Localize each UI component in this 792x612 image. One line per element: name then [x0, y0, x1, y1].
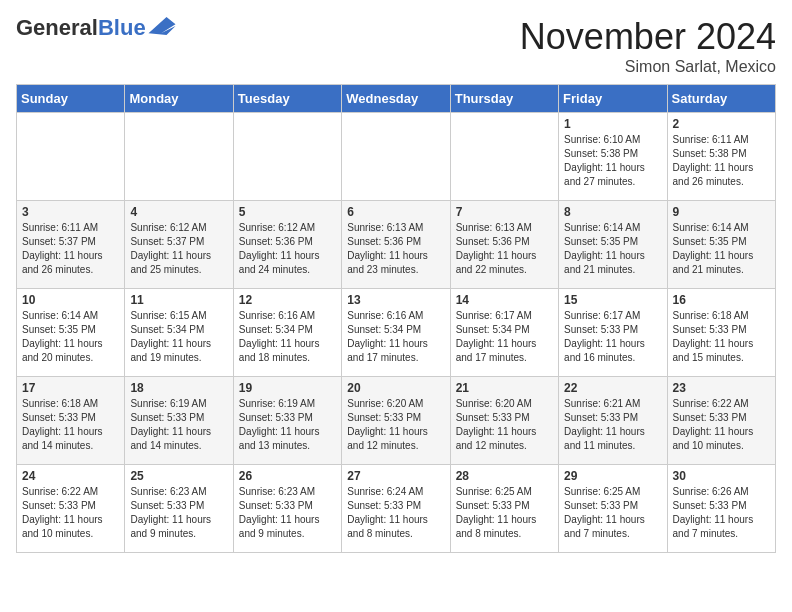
calendar-header: Sunday Monday Tuesday Wednesday Thursday… — [17, 85, 776, 113]
calendar-cell: 4Sunrise: 6:12 AMSunset: 5:37 PMDaylight… — [125, 201, 233, 289]
col-thursday: Thursday — [450, 85, 558, 113]
calendar-table: Sunday Monday Tuesday Wednesday Thursday… — [16, 84, 776, 553]
calendar-cell: 5Sunrise: 6:12 AMSunset: 5:36 PMDaylight… — [233, 201, 341, 289]
day-number: 16 — [673, 293, 770, 307]
day-number: 30 — [673, 469, 770, 483]
calendar-cell: 25Sunrise: 6:23 AMSunset: 5:33 PMDayligh… — [125, 465, 233, 553]
location-subtitle: Simon Sarlat, Mexico — [520, 58, 776, 76]
day-number: 23 — [673, 381, 770, 395]
calendar-cell: 29Sunrise: 6:25 AMSunset: 5:33 PMDayligh… — [559, 465, 667, 553]
day-info: Sunrise: 6:14 AMSunset: 5:35 PMDaylight:… — [564, 221, 661, 277]
day-info: Sunrise: 6:25 AMSunset: 5:33 PMDaylight:… — [564, 485, 661, 541]
day-info: Sunrise: 6:19 AMSunset: 5:33 PMDaylight:… — [130, 397, 227, 453]
logo: GeneralBlue — [16, 16, 176, 40]
calendar-row: 10Sunrise: 6:14 AMSunset: 5:35 PMDayligh… — [17, 289, 776, 377]
day-number: 19 — [239, 381, 336, 395]
title-area: November 2024 Simon Sarlat, Mexico — [520, 16, 776, 76]
calendar-cell: 16Sunrise: 6:18 AMSunset: 5:33 PMDayligh… — [667, 289, 775, 377]
day-number: 2 — [673, 117, 770, 131]
day-number: 15 — [564, 293, 661, 307]
calendar-cell: 18Sunrise: 6:19 AMSunset: 5:33 PMDayligh… — [125, 377, 233, 465]
page-header: GeneralBlue November 2024 Simon Sarlat, … — [16, 16, 776, 76]
col-tuesday: Tuesday — [233, 85, 341, 113]
calendar-cell: 27Sunrise: 6:24 AMSunset: 5:33 PMDayligh… — [342, 465, 450, 553]
calendar-row: 17Sunrise: 6:18 AMSunset: 5:33 PMDayligh… — [17, 377, 776, 465]
day-number: 18 — [130, 381, 227, 395]
calendar-cell: 20Sunrise: 6:20 AMSunset: 5:33 PMDayligh… — [342, 377, 450, 465]
day-info: Sunrise: 6:13 AMSunset: 5:36 PMDaylight:… — [456, 221, 553, 277]
svg-marker-0 — [148, 17, 175, 35]
day-info: Sunrise: 6:19 AMSunset: 5:33 PMDaylight:… — [239, 397, 336, 453]
day-info: Sunrise: 6:24 AMSunset: 5:33 PMDaylight:… — [347, 485, 444, 541]
day-info: Sunrise: 6:18 AMSunset: 5:33 PMDaylight:… — [22, 397, 119, 453]
day-info: Sunrise: 6:16 AMSunset: 5:34 PMDaylight:… — [347, 309, 444, 365]
day-number: 7 — [456, 205, 553, 219]
day-info: Sunrise: 6:14 AMSunset: 5:35 PMDaylight:… — [22, 309, 119, 365]
day-number: 5 — [239, 205, 336, 219]
day-number: 13 — [347, 293, 444, 307]
col-monday: Monday — [125, 85, 233, 113]
logo-icon — [148, 17, 176, 35]
header-row: Sunday Monday Tuesday Wednesday Thursday… — [17, 85, 776, 113]
calendar-cell — [125, 113, 233, 201]
calendar-row: 3Sunrise: 6:11 AMSunset: 5:37 PMDaylight… — [17, 201, 776, 289]
calendar-cell: 13Sunrise: 6:16 AMSunset: 5:34 PMDayligh… — [342, 289, 450, 377]
month-title: November 2024 — [520, 16, 776, 58]
calendar-cell: 19Sunrise: 6:19 AMSunset: 5:33 PMDayligh… — [233, 377, 341, 465]
calendar-cell: 26Sunrise: 6:23 AMSunset: 5:33 PMDayligh… — [233, 465, 341, 553]
day-info: Sunrise: 6:12 AMSunset: 5:36 PMDaylight:… — [239, 221, 336, 277]
calendar-body: 1Sunrise: 6:10 AMSunset: 5:38 PMDaylight… — [17, 113, 776, 553]
day-info: Sunrise: 6:15 AMSunset: 5:34 PMDaylight:… — [130, 309, 227, 365]
day-number: 27 — [347, 469, 444, 483]
day-info: Sunrise: 6:21 AMSunset: 5:33 PMDaylight:… — [564, 397, 661, 453]
day-number: 26 — [239, 469, 336, 483]
calendar-cell: 23Sunrise: 6:22 AMSunset: 5:33 PMDayligh… — [667, 377, 775, 465]
col-sunday: Sunday — [17, 85, 125, 113]
calendar-cell: 10Sunrise: 6:14 AMSunset: 5:35 PMDayligh… — [17, 289, 125, 377]
day-number: 12 — [239, 293, 336, 307]
calendar-cell — [17, 113, 125, 201]
calendar-row: 24Sunrise: 6:22 AMSunset: 5:33 PMDayligh… — [17, 465, 776, 553]
calendar-cell: 2Sunrise: 6:11 AMSunset: 5:38 PMDaylight… — [667, 113, 775, 201]
day-number: 3 — [22, 205, 119, 219]
calendar-cell: 17Sunrise: 6:18 AMSunset: 5:33 PMDayligh… — [17, 377, 125, 465]
col-friday: Friday — [559, 85, 667, 113]
calendar-cell — [233, 113, 341, 201]
calendar-cell: 3Sunrise: 6:11 AMSunset: 5:37 PMDaylight… — [17, 201, 125, 289]
day-info: Sunrise: 6:17 AMSunset: 5:33 PMDaylight:… — [564, 309, 661, 365]
day-info: Sunrise: 6:22 AMSunset: 5:33 PMDaylight:… — [673, 397, 770, 453]
day-number: 6 — [347, 205, 444, 219]
col-saturday: Saturday — [667, 85, 775, 113]
day-number: 17 — [22, 381, 119, 395]
day-number: 24 — [22, 469, 119, 483]
day-info: Sunrise: 6:23 AMSunset: 5:33 PMDaylight:… — [130, 485, 227, 541]
day-info: Sunrise: 6:26 AMSunset: 5:33 PMDaylight:… — [673, 485, 770, 541]
calendar-cell: 11Sunrise: 6:15 AMSunset: 5:34 PMDayligh… — [125, 289, 233, 377]
day-info: Sunrise: 6:25 AMSunset: 5:33 PMDaylight:… — [456, 485, 553, 541]
day-info: Sunrise: 6:16 AMSunset: 5:34 PMDaylight:… — [239, 309, 336, 365]
calendar-row: 1Sunrise: 6:10 AMSunset: 5:38 PMDaylight… — [17, 113, 776, 201]
day-number: 8 — [564, 205, 661, 219]
day-number: 1 — [564, 117, 661, 131]
calendar-cell — [450, 113, 558, 201]
calendar-cell: 30Sunrise: 6:26 AMSunset: 5:33 PMDayligh… — [667, 465, 775, 553]
day-number: 29 — [564, 469, 661, 483]
calendar-cell — [342, 113, 450, 201]
calendar-cell: 24Sunrise: 6:22 AMSunset: 5:33 PMDayligh… — [17, 465, 125, 553]
day-info: Sunrise: 6:18 AMSunset: 5:33 PMDaylight:… — [673, 309, 770, 365]
day-number: 9 — [673, 205, 770, 219]
day-number: 10 — [22, 293, 119, 307]
calendar-cell: 28Sunrise: 6:25 AMSunset: 5:33 PMDayligh… — [450, 465, 558, 553]
day-number: 14 — [456, 293, 553, 307]
day-info: Sunrise: 6:11 AMSunset: 5:37 PMDaylight:… — [22, 221, 119, 277]
calendar-cell: 15Sunrise: 6:17 AMSunset: 5:33 PMDayligh… — [559, 289, 667, 377]
calendar-cell: 6Sunrise: 6:13 AMSunset: 5:36 PMDaylight… — [342, 201, 450, 289]
calendar-cell: 9Sunrise: 6:14 AMSunset: 5:35 PMDaylight… — [667, 201, 775, 289]
day-number: 20 — [347, 381, 444, 395]
calendar-cell: 22Sunrise: 6:21 AMSunset: 5:33 PMDayligh… — [559, 377, 667, 465]
calendar-cell: 21Sunrise: 6:20 AMSunset: 5:33 PMDayligh… — [450, 377, 558, 465]
day-info: Sunrise: 6:14 AMSunset: 5:35 PMDaylight:… — [673, 221, 770, 277]
day-number: 22 — [564, 381, 661, 395]
calendar-cell: 14Sunrise: 6:17 AMSunset: 5:34 PMDayligh… — [450, 289, 558, 377]
calendar-cell: 7Sunrise: 6:13 AMSunset: 5:36 PMDaylight… — [450, 201, 558, 289]
